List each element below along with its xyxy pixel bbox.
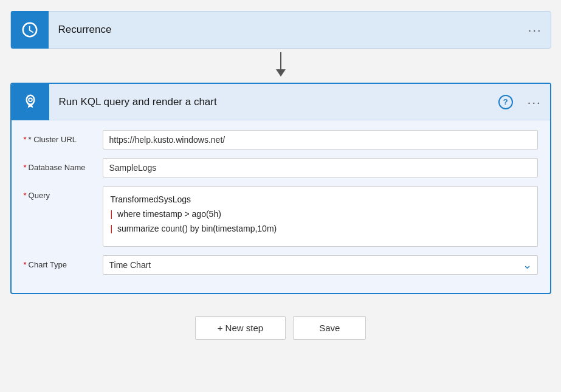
kql-card-body: ** Cluster URL *Database Name *Query Tra… <box>12 120 550 293</box>
recurrence-menu-button[interactable]: ··· <box>520 19 551 41</box>
chart-type-select[interactable]: Time Chart Bar Chart Pie Chart Line Char… <box>103 255 538 275</box>
recurrence-title: Recurrence <box>49 24 520 36</box>
query-label: *Query <box>24 186 103 200</box>
clock-icon <box>21 21 39 39</box>
kql-icon-box <box>12 84 49 120</box>
arrow-head <box>276 69 286 77</box>
recurrence-card: Recurrence ··· <box>10 11 551 49</box>
database-name-label: *Database Name <box>24 158 103 172</box>
query-line-1: TransformedSysLogs <box>111 193 530 207</box>
arrow-connector <box>276 52 286 79</box>
new-step-button[interactable]: + New step <box>195 316 286 340</box>
save-button[interactable]: Save <box>293 316 366 340</box>
kql-icon <box>21 93 40 111</box>
cluster-url-label: ** Cluster URL <box>24 130 103 144</box>
database-name-input[interactable] <box>103 158 538 177</box>
chart-type-row: *Chart Type Time Chart Bar Chart Pie Cha… <box>24 255 538 275</box>
bottom-actions: + New step Save <box>195 316 367 340</box>
query-row: *Query TransformedSysLogs | where timest… <box>24 186 538 247</box>
recurrence-icon-box <box>11 11 49 49</box>
help-button[interactable]: ? <box>492 91 519 113</box>
query-line-3: | summarize count() by bin(timestamp,10m… <box>111 222 530 236</box>
help-icon: ? <box>498 95 513 109</box>
database-name-row: *Database Name <box>24 158 538 177</box>
cluster-url-row: ** Cluster URL <box>24 130 538 150</box>
query-box[interactable]: TransformedSysLogs | where timestamp > a… <box>103 186 538 247</box>
arrow-line <box>280 52 281 69</box>
chart-type-label: *Chart Type <box>24 255 103 269</box>
kql-card: Run KQL query and render a chart ? ··· *… <box>10 83 551 294</box>
kql-card-header: Run KQL query and render a chart ? ··· <box>12 84 550 120</box>
query-line-2: | where timestamp > ago(5h) <box>111 207 530 222</box>
chart-type-wrapper: Time Chart Bar Chart Pie Chart Line Char… <box>103 255 538 275</box>
kql-card-title: Run KQL query and render a chart <box>49 96 492 108</box>
kql-menu-button[interactable]: ··· <box>519 91 550 113</box>
cluster-url-input[interactable] <box>103 130 538 150</box>
